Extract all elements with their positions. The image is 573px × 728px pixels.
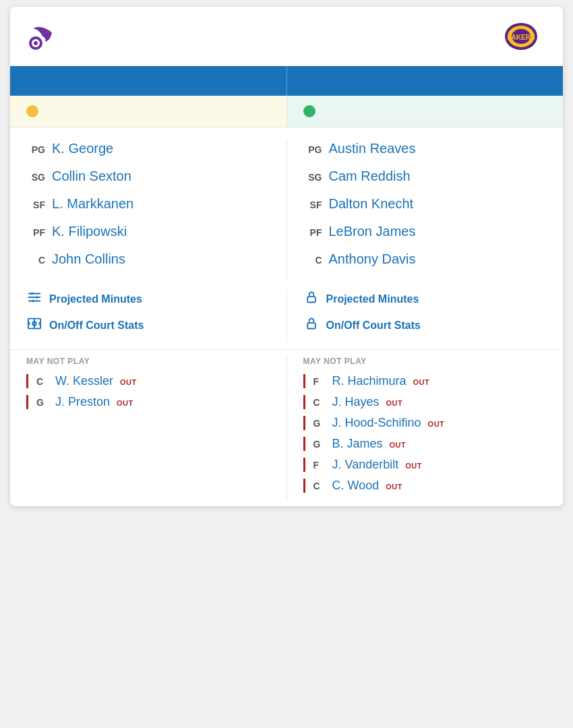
list-item: F R. Hachimura OUT xyxy=(303,374,547,388)
list-item: C J. Hayes OUT xyxy=(303,395,547,409)
confirmed-dot xyxy=(303,105,315,117)
status-badge: OUT xyxy=(386,399,403,407)
player-name: W. Kessler xyxy=(55,374,113,388)
svg-point-2 xyxy=(34,41,38,45)
list-item: SG Collin Sexton xyxy=(26,169,270,184)
player-name: K. George xyxy=(52,141,113,156)
position-label: SF xyxy=(303,200,322,210)
link-row[interactable]: On/Off Court Stats xyxy=(303,316,547,334)
player-name: C. Wood xyxy=(332,479,380,493)
player-name: R. Hachimura xyxy=(332,374,406,388)
links-section: Projected Minutes On/Off Court Stats Pro… xyxy=(10,290,563,349)
list-item: PG K. George xyxy=(26,141,270,156)
court-icon xyxy=(26,316,42,334)
player-name: John Collins xyxy=(52,251,125,267)
player-name: J. Hood-Schifino xyxy=(332,416,421,430)
position-label: G xyxy=(36,397,49,408)
list-item: C C. Wood OUT xyxy=(303,479,547,493)
position-label: SF xyxy=(26,200,45,210)
list-item: G B. James OUT xyxy=(303,437,547,451)
list-item: C Anthony Davis xyxy=(303,251,547,267)
lineup-status-bar xyxy=(10,96,563,127)
lock-icon xyxy=(303,290,320,308)
player-name: L. Markkanen xyxy=(52,196,133,212)
player-name: Collin Sexton xyxy=(52,169,131,184)
position-label: C xyxy=(313,481,326,491)
jazz-mnp-col: MAY NOT PLAYC W. Kessler OUTG J. Preston… xyxy=(10,357,287,499)
list-item: SF Dalton Knecht xyxy=(303,196,547,212)
link-row[interactable]: Projected Minutes xyxy=(26,290,270,308)
team1-block xyxy=(26,19,490,54)
lakers-mnp-col: MAY NOT PLAYF R. Hachimura OUTC J. Hayes… xyxy=(287,357,564,499)
link-label: Projected Minutes xyxy=(49,293,142,305)
expected-dot xyxy=(26,105,38,117)
player-name: LeBron James xyxy=(329,224,416,239)
list-item: G J. Hood-Schifino OUT xyxy=(303,416,547,430)
jazz-lineup-col: PG K. GeorgeSG Collin SextonSF L. Markka… xyxy=(10,141,287,279)
svg-text:LAKERS: LAKERS xyxy=(507,34,535,41)
position-label: C xyxy=(303,255,322,266)
svg-rect-17 xyxy=(307,323,315,328)
player-name: Dalton Knecht xyxy=(329,196,414,212)
player-name: J. Vanderbilt xyxy=(332,458,399,472)
position-label: G xyxy=(313,418,326,429)
svg-point-10 xyxy=(31,293,34,295)
svg-point-12 xyxy=(32,300,34,303)
list-item: PF LeBron James xyxy=(303,224,547,239)
position-label: C xyxy=(313,397,326,408)
position-label: PF xyxy=(26,227,45,238)
lineup-section: PG K. GeorgeSG Collin SextonSF L. Markka… xyxy=(10,127,563,286)
link-row[interactable]: On/Off Court Stats xyxy=(26,316,270,334)
status-badge: OUT xyxy=(120,378,137,386)
position-label: SG xyxy=(303,172,322,183)
position-label: G xyxy=(313,439,326,450)
svg-rect-16 xyxy=(307,297,315,302)
list-item: SG Cam Reddish xyxy=(303,169,547,184)
list-item: PG Austin Reaves xyxy=(303,141,547,156)
jazz-team-name xyxy=(26,74,30,87)
link-label: On/Off Court Stats xyxy=(326,320,421,332)
status-badge: OUT xyxy=(413,378,430,386)
player-name: Anthony Davis xyxy=(329,251,416,267)
list-item: G J. Preston OUT xyxy=(26,395,270,409)
player-name: J. Preston xyxy=(55,395,110,409)
status-badge: OUT xyxy=(386,483,402,491)
list-item: C W. Kessler OUT xyxy=(26,374,270,388)
lakers-logo: LAKERS xyxy=(504,19,539,54)
position-label: C xyxy=(36,376,49,387)
list-item: C John Collins xyxy=(26,251,270,267)
position-label: PG xyxy=(26,144,45,155)
lakers-links-col: Projected Minutes On/Off Court Stats xyxy=(287,290,564,342)
header: LAKERS xyxy=(10,7,563,66)
confirmed-lineup-status xyxy=(287,96,564,127)
lakers-record-bar xyxy=(287,66,564,96)
list-item: PF K. Filipowski xyxy=(26,224,270,239)
jazz-links-col: Projected Minutes On/Off Court Stats xyxy=(10,290,287,342)
blue-bar xyxy=(10,66,563,96)
jazz-logo xyxy=(26,19,61,54)
position-label: F xyxy=(313,460,326,471)
position-label: PF xyxy=(303,227,322,238)
status-badge: OUT xyxy=(405,462,422,470)
jazz-record-bar xyxy=(10,66,287,96)
link-label: Projected Minutes xyxy=(326,293,419,305)
position-label: SG xyxy=(26,172,45,183)
player-name: Cam Reddish xyxy=(329,169,411,184)
may-not-play-section: MAY NOT PLAYC W. Kessler OUTG J. Preston… xyxy=(10,350,563,506)
lakers-lineup-col: PG Austin ReavesSG Cam ReddishSF Dalton … xyxy=(287,141,564,279)
may-not-play-label: MAY NOT PLAY xyxy=(303,357,547,366)
list-item: SF L. Markkanen xyxy=(26,196,270,212)
status-badge: OUT xyxy=(428,420,445,428)
main-card: LAKERS PG xyxy=(10,7,563,506)
link-label: On/Off Court Stats xyxy=(49,320,144,332)
lock-icon xyxy=(303,316,320,334)
position-label: F xyxy=(313,376,326,387)
player-name: J. Hayes xyxy=(332,395,380,409)
may-not-play-label: MAY NOT PLAY xyxy=(26,357,270,366)
lakers-team-name xyxy=(303,74,307,87)
player-name: K. Filipowski xyxy=(52,224,127,239)
link-row[interactable]: Projected Minutes xyxy=(303,290,547,308)
list-item: F J. Vanderbilt OUT xyxy=(303,458,547,472)
team2-block: LAKERS xyxy=(504,19,547,54)
player-name: Austin Reaves xyxy=(329,141,416,156)
